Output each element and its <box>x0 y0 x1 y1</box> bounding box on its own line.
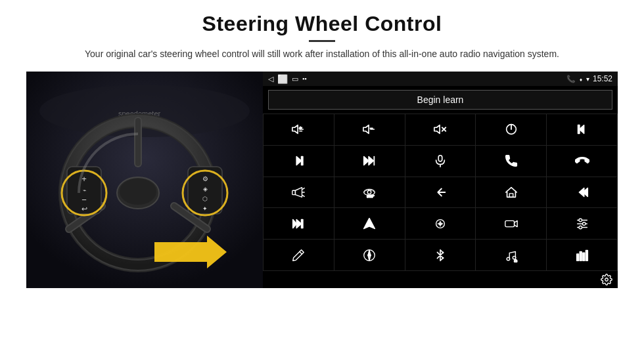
status-bar: ◁ ⬜ ▭ ▪▪ 📞 ⬧ ▾ 15:52 <box>263 72 618 86</box>
svg-rect-49 <box>292 190 296 194</box>
next-track-button[interactable] <box>264 208 334 239</box>
svg-marker-62 <box>364 219 375 229</box>
microphone-button[interactable] <box>405 146 476 177</box>
svg-rect-85 <box>583 253 585 261</box>
hang-up-button[interactable] <box>547 146 617 177</box>
svg-rect-84 <box>580 251 582 261</box>
location-status-icon: ⬧ <box>579 75 583 83</box>
signal-icon: ▪▪ <box>302 75 306 82</box>
svg-marker-79 <box>368 255 371 260</box>
navigate-button[interactable] <box>334 208 405 239</box>
svg-rect-83 <box>576 254 578 261</box>
begin-learn-button[interactable]: Begin learn <box>268 90 612 110</box>
vol-down-button[interactable]: − <box>334 114 405 145</box>
svg-marker-78 <box>368 250 371 255</box>
content-area: speedometer + ⌁ − <box>26 72 618 288</box>
svg-point-74 <box>579 226 582 229</box>
svg-text:⬡: ⬡ <box>202 196 208 202</box>
title-section: Steering Wheel Control Your original car… <box>85 12 559 61</box>
time-display: 15:52 <box>593 74 612 83</box>
svg-text:−: − <box>81 195 87 205</box>
equalizer-bars-button[interactable] <box>547 240 617 270</box>
360-camera-button[interactable]: 360° <box>334 177 405 208</box>
svg-rect-60 <box>302 219 303 228</box>
svg-marker-59 <box>297 219 302 228</box>
svg-rect-43 <box>302 157 303 165</box>
svg-marker-68 <box>514 220 517 226</box>
svg-marker-32 <box>363 125 369 134</box>
pen-button[interactable] <box>264 240 334 270</box>
svg-text:⌁: ⌁ <box>83 187 86 194</box>
svg-marker-61 <box>293 219 297 228</box>
phone-status-icon: 📞 <box>566 75 576 83</box>
home-nav-icon[interactable]: ⬜ <box>277 74 288 84</box>
dashcam-button[interactable] <box>476 208 546 239</box>
svg-marker-27 <box>292 125 298 134</box>
svg-marker-44 <box>364 157 369 165</box>
svg-line-52 <box>303 196 305 197</box>
bluetooth-button[interactable] <box>405 240 476 270</box>
fast-forward-button[interactable] <box>334 146 405 177</box>
settings-button[interactable] <box>601 274 612 285</box>
skip-forward-button[interactable] <box>264 146 334 177</box>
svg-point-87 <box>605 278 609 282</box>
page-wrapper: Steering Wheel Control Your original car… <box>0 0 644 357</box>
svg-text:✦: ✦ <box>202 205 208 212</box>
svg-rect-67 <box>505 220 515 226</box>
back-nav-icon[interactable]: ◁ <box>268 75 273 83</box>
music-settings-button[interactable]: ⚙ <box>476 240 546 270</box>
svg-rect-56 <box>509 194 513 198</box>
svg-line-50 <box>303 188 305 190</box>
title-divider <box>309 40 335 42</box>
vol-up-button[interactable]: + <box>264 114 334 145</box>
svg-rect-41 <box>578 125 579 134</box>
svg-text:⚙: ⚙ <box>202 175 208 182</box>
svg-point-73 <box>582 222 586 225</box>
status-right-icons: 📞 ⬧ ▾ 15:52 <box>566 74 612 83</box>
vol-mute-button[interactable] <box>405 114 476 145</box>
svg-rect-47 <box>438 156 442 161</box>
svg-text:◈: ◈ <box>203 186 208 192</box>
prev-track-end-button[interactable] <box>547 114 617 145</box>
svg-line-75 <box>300 251 302 254</box>
power-button[interactable] <box>476 114 546 145</box>
svg-text:⚙: ⚙ <box>513 259 517 262</box>
begin-learn-area: Begin learn <box>263 86 618 114</box>
svg-point-72 <box>579 219 582 222</box>
svg-point-53 <box>367 190 371 194</box>
skip-start-button[interactable] <box>547 177 617 208</box>
icon-grid: + − <box>263 114 618 271</box>
svg-marker-35 <box>434 125 440 134</box>
svg-rect-86 <box>586 250 587 261</box>
compass-button[interactable] <box>334 240 405 270</box>
svg-marker-42 <box>297 157 302 165</box>
android-panel: ◁ ⬜ ▭ ▪▪ 📞 ⬧ ▾ 15:52 Begin learn <box>263 72 618 288</box>
equalizer-button[interactable] <box>405 208 476 239</box>
svg-marker-45 <box>369 157 373 165</box>
settings-bar <box>263 271 618 288</box>
svg-text:360°: 360° <box>367 194 375 198</box>
horn-button[interactable] <box>264 177 334 208</box>
home-button[interactable] <box>476 177 546 208</box>
svg-point-13 <box>120 178 156 205</box>
settings-gear-icon <box>601 274 612 285</box>
back-button[interactable] <box>405 177 476 208</box>
tuner-button[interactable] <box>547 208 617 239</box>
svg-text:−: − <box>370 125 373 131</box>
svg-text:↩: ↩ <box>81 205 87 213</box>
wifi-status-icon: ▾ <box>586 75 589 83</box>
svg-text:+: + <box>299 125 302 131</box>
page-title: Steering Wheel Control <box>85 12 559 36</box>
recent-nav-icon[interactable]: ▭ <box>292 75 298 83</box>
status-nav-icons: ◁ ⬜ ▭ ▪▪ <box>268 74 306 84</box>
subtitle: Your original car's steering wheel contr… <box>85 47 559 61</box>
steering-wheel-image: speedometer + ⌁ − <box>26 72 263 288</box>
phone-call-button[interactable] <box>476 146 546 177</box>
